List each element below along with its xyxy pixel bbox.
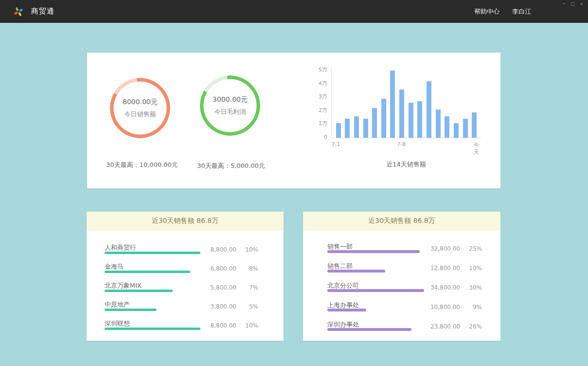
customer-amount: 5,800.00 bbox=[211, 284, 236, 291]
customer-percent: 10% bbox=[243, 246, 258, 253]
chart-bar bbox=[399, 90, 404, 138]
department-percent: 9% bbox=[466, 304, 482, 311]
window-controls: ─ □ × bbox=[560, 1, 585, 7]
customer-bar bbox=[105, 252, 200, 254]
customer-amount: 8,800.00 bbox=[211, 322, 236, 329]
profit-today-donut: 3000.00元 今日毛利润 bbox=[200, 75, 260, 136]
row-values: 5,800.00 7% bbox=[211, 284, 258, 291]
chart-caption: 近14天销售额 bbox=[331, 160, 481, 169]
username-menu[interactable]: 李白江 bbox=[512, 7, 531, 16]
department-bar bbox=[327, 250, 420, 253]
table-row: 北京分公司 34,800.00 30% bbox=[327, 280, 482, 300]
sales-today-text: 8000.00元 今日销售额 bbox=[110, 78, 170, 138]
table-row: 销售二部 12,800.00 10% bbox=[327, 261, 482, 280]
minimize-icon[interactable]: ─ bbox=[560, 1, 568, 7]
row-values: 8,800.00 10% bbox=[211, 246, 258, 253]
profit-30day-max: 30天最高：5,000.00元 bbox=[180, 162, 282, 170]
chart-bar bbox=[472, 112, 477, 138]
chart-y-tick: 0 bbox=[324, 134, 327, 140]
department-percent: 25% bbox=[466, 245, 482, 252]
department-sales-card: 近30天销售额 86.8万 销售一部 32,800.00 25% 销售二部 12… bbox=[303, 212, 500, 341]
customer-bar bbox=[105, 290, 173, 292]
sales-today-donut: 8000.00元 今日销售额 bbox=[110, 78, 170, 138]
customer-percent: 8% bbox=[243, 265, 258, 272]
chart-bar bbox=[336, 123, 341, 138]
bar-chart-ylabels: 5万4万3万2万1万0 bbox=[315, 67, 331, 138]
department-amount: 32,800.00 bbox=[430, 245, 460, 252]
customer-name: 人和商贸行 bbox=[105, 244, 136, 251]
department-name: 上海办事处 bbox=[327, 301, 359, 309]
table-row: 深圳联想 8,800.00 10% bbox=[105, 318, 258, 337]
department-bar bbox=[327, 328, 411, 331]
chart-bar bbox=[427, 81, 431, 138]
profit-today-label: 今日毛利润 bbox=[214, 108, 246, 116]
customer-amount: 6,800.00 bbox=[211, 265, 236, 272]
sales-14day-chart: 5万4万3万2万1万0 7-17-8今天 近14天销售额 bbox=[315, 67, 490, 169]
chart-area: 5万4万3万2万1万0 bbox=[315, 67, 490, 138]
titlebar-right: 帮助中心 李白江 bbox=[474, 7, 588, 16]
app-title: 商贸通 bbox=[31, 7, 54, 16]
chart-y-tick: 3万 bbox=[319, 94, 327, 100]
row-values: 32,800.00 25% bbox=[430, 245, 482, 252]
customer-bar bbox=[105, 328, 200, 330]
maximize-icon[interactable]: □ bbox=[569, 1, 576, 7]
chart-x-tick: 7-1 bbox=[332, 141, 340, 147]
customer-bar bbox=[105, 309, 157, 311]
chart-x-tick: 7-8 bbox=[397, 141, 406, 147]
table-row: 人和商贸行 8,800.00 10% bbox=[105, 242, 258, 261]
department-percent: 30% bbox=[466, 284, 482, 291]
department-percent: 10% bbox=[466, 265, 482, 272]
department-name: 深圳办事处 bbox=[327, 321, 359, 328]
bar-chart-xlabels: 7-17-8今天 bbox=[331, 141, 481, 148]
department-amount: 10,800.00 bbox=[430, 304, 460, 311]
profit-today-value: 3000.00元 bbox=[213, 95, 248, 104]
chart-bar bbox=[354, 116, 359, 138]
customer-sales-rows: 人和商贸行 8,800.00 10% 金海马 6,800.00 8% 北京万象M… bbox=[87, 230, 284, 337]
row-values: 6,800.00 8% bbox=[211, 265, 258, 272]
customer-name: 北京万象MIX bbox=[105, 282, 142, 289]
customer-amount: 8,800.00 bbox=[211, 246, 236, 253]
department-name: 北京分公司 bbox=[327, 282, 359, 289]
department-name: 销售一部 bbox=[327, 243, 353, 250]
chart-x-tick: 今天 bbox=[474, 141, 479, 156]
row-values: 12,800.00 10% bbox=[430, 265, 482, 272]
row-values: 8,800.00 10% bbox=[211, 322, 258, 329]
department-percent: 26% bbox=[466, 323, 482, 330]
department-sales-card-title: 近30天销售额 86.8万 bbox=[303, 212, 500, 230]
customer-sales-card: 近30天销售额 86.8万 人和商贸行 8,800.00 10% 金海马 6,8… bbox=[87, 212, 284, 341]
customer-percent: 10% bbox=[243, 322, 258, 329]
table-row: 金海马 6,800.00 8% bbox=[105, 261, 258, 280]
row-values: 34,800.00 30% bbox=[430, 284, 482, 291]
sales-today-value: 8000.00元 bbox=[123, 98, 158, 107]
table-row: 北京万象MIX 5,800.00 7% bbox=[105, 280, 258, 299]
chart-y-tick: 2万 bbox=[319, 108, 327, 113]
sales-30day-max: 30天最高：10,000.00元 bbox=[91, 161, 193, 169]
chart-bar bbox=[454, 123, 459, 138]
customer-bar bbox=[105, 271, 190, 273]
overview-card: 8000.00元 今日销售额 30天最高：10,000.00元 3000.00元… bbox=[87, 53, 500, 188]
department-amount: 12,800.00 bbox=[430, 265, 460, 272]
customer-name: 中原地产 bbox=[105, 301, 130, 308]
titlebar: 商贸通 帮助中心 李白江 ─ □ × bbox=[0, 0, 588, 23]
chart-bar bbox=[363, 119, 368, 138]
department-sales-rows: 销售一部 32,800.00 25% 销售二部 12,800.00 10% 北京… bbox=[303, 230, 500, 339]
table-row: 深圳办事处 23,800.00 26% bbox=[327, 319, 482, 339]
chart-bar bbox=[417, 101, 422, 138]
chart-bar bbox=[463, 119, 468, 138]
customer-amount: 3,800.00 bbox=[211, 303, 236, 310]
department-name: 销售二部 bbox=[327, 262, 353, 270]
chart-bar bbox=[345, 119, 350, 138]
customer-sales-card-title: 近30天销售额 86.8万 bbox=[87, 212, 284, 230]
help-center-link[interactable]: 帮助中心 bbox=[474, 7, 499, 16]
row-values: 3,800.00 5% bbox=[211, 303, 258, 310]
app-logo-icon bbox=[13, 6, 24, 17]
row-values: 10,800.00 9% bbox=[430, 304, 482, 311]
customer-name: 深圳联想 bbox=[105, 320, 130, 327]
table-row: 中原地产 3,800.00 5% bbox=[105, 299, 258, 318]
table-row: 销售一部 32,800.00 25% bbox=[327, 241, 482, 261]
sales-today-label: 今日销售额 bbox=[125, 110, 156, 119]
department-bar bbox=[327, 289, 424, 292]
row-values: 23,800.00 26% bbox=[430, 323, 482, 330]
close-icon[interactable]: × bbox=[578, 1, 585, 7]
department-bar bbox=[327, 309, 366, 311]
